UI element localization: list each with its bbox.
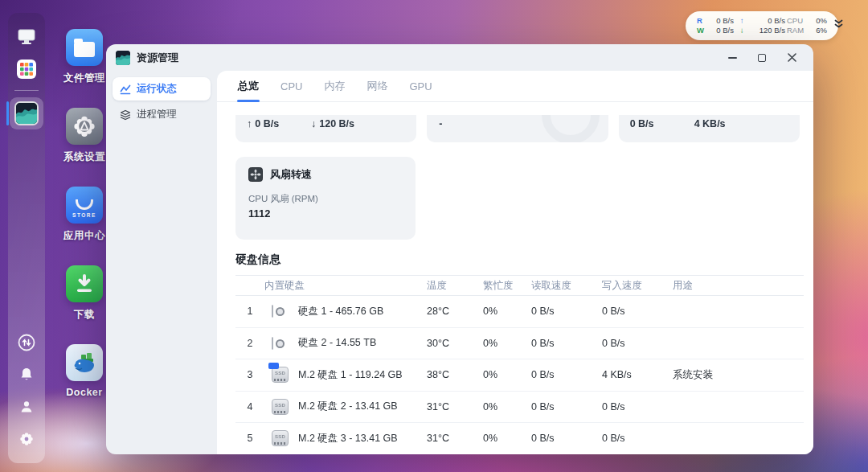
disk-table-row[interactable]: 4SSDM.2 硬盘 2 - 13.41 GB31°C0%0 B/s0 B/s: [235, 392, 804, 424]
nav-item-running-status[interactable]: 运行状态: [113, 77, 211, 101]
tray-write-label: W: [697, 26, 705, 36]
disk-temp: 31°C: [427, 433, 483, 444]
disk-table-row[interactable]: 5SSDM.2 硬盘 3 - 13.41 GB31°C0%0 B/s0 B/s: [235, 423, 804, 454]
desktop: 文件管理 系统设置 STORE 应用中心: [0, 0, 868, 472]
disk-temp: 31°C: [427, 401, 483, 412]
dock: [8, 13, 45, 463]
close-button[interactable]: [781, 48, 802, 68]
nav-item-process-management[interactable]: 进程管理: [113, 103, 211, 126]
usage-gauge: [542, 115, 600, 142]
system-settings-icon: [66, 108, 103, 145]
disk-name: M.2 硬盘 1 - 119.24 GB: [298, 368, 427, 382]
ssd-icon-label: SSD: [275, 371, 285, 376]
user-icon[interactable]: [14, 395, 39, 419]
tab-overview[interactable]: 总览: [237, 71, 260, 102]
disk-busy: 0%: [483, 369, 531, 380]
settings-gear-icon[interactable]: [14, 427, 39, 451]
minimize-icon: [728, 57, 737, 59]
fan-card-title: 风扇转速: [270, 167, 312, 182]
ssd-icon: SSD: [272, 367, 289, 383]
resource-monitor-icon: [14, 101, 39, 125]
disk-busy: 0%: [483, 401, 531, 412]
disk-table-row[interactable]: 3SSDM.2 硬盘 1 - 119.24 GB38°C0%0 B/s4 KB/…: [235, 359, 804, 392]
ssd-icon: SSD: [272, 430, 289, 446]
window-titlebar[interactable]: 资源管理: [106, 44, 813, 71]
disk-write-metric: 4 KB/s: [694, 118, 726, 129]
disk-section-title: 硬盘信息: [235, 252, 795, 267]
chevron-double-down-icon[interactable]: [833, 18, 844, 33]
download-arrow-icon: ↓: [735, 26, 748, 36]
ssd-icon: SSD: [272, 399, 289, 415]
tab-gpu[interactable]: GPU: [408, 72, 432, 101]
hdd-icon: [272, 337, 273, 350]
disk-name: 硬盘 2 - 14.55 TB: [298, 336, 427, 350]
tab-cpu[interactable]: CPU: [280, 72, 303, 101]
minimize-button[interactable]: [722, 48, 743, 68]
disk-name: 硬盘 1 - 465.76 GB: [298, 305, 427, 318]
nav-item-label: 运行状态: [137, 82, 177, 96]
tray-cpu-label: CPU: [787, 16, 808, 27]
net-up-metric: ↑0 B/s: [247, 118, 279, 129]
disk-read: 0 B/s: [531, 433, 602, 444]
tabbar: 总览 CPU 内存 网络 GPU: [217, 71, 813, 102]
disk-usage: 系统安装: [673, 368, 804, 382]
col-read-speed: 读取速度: [531, 279, 602, 293]
fan-metric-value: 1112: [248, 207, 403, 220]
disk-table-body: 1硬盘 1 - 465.76 GB28°C0%0 B/s0 B/s2硬盘 2 -…: [235, 296, 804, 454]
tab-memory[interactable]: 内存: [323, 71, 346, 102]
disk-icon-cell: SSD: [264, 399, 298, 415]
nav-item-label: 进程管理: [137, 108, 177, 121]
line-chart-icon: [120, 84, 131, 95]
tabbar-gap: [217, 102, 813, 115]
fan-icon: [248, 167, 263, 182]
upload-arrow-icon: ↑: [247, 118, 252, 129]
tray-up-value: 0 B/s: [750, 16, 785, 27]
disk-read: 0 B/s: [531, 338, 602, 349]
dock-item-resource-monitor[interactable]: [10, 97, 43, 129]
os-badge-icon: [268, 363, 279, 369]
disk-name: M.2 硬盘 2 - 13.41 GB: [298, 400, 427, 413]
tray-down-value: 120 B/s: [750, 26, 785, 36]
disk-read: 0 B/s: [531, 401, 602, 412]
disk-row-index: 4: [235, 401, 264, 412]
disk-icon-cell: SSD: [264, 430, 298, 446]
summary-cards-row: ↑0 B/s ↓120 B/s - 0% 0 B/s 4 KB/s: [235, 115, 800, 142]
disk-row-index: 1: [235, 306, 264, 317]
window-title: 资源管理: [137, 51, 178, 65]
system-tray[interactable]: R 0 B/s ↑ 0 B/s CPU 0% W 0 B/s ↓ 120 B/s…: [686, 11, 838, 40]
network-card: ↑0 B/s ↓120 B/s: [235, 115, 416, 142]
disk-row-index: 2: [235, 338, 264, 349]
maximize-button[interactable]: [751, 48, 772, 68]
desktop-monitor-icon[interactable]: [14, 25, 39, 49]
window-sidenav: 运行状态 进程管理: [106, 71, 217, 454]
content-scroll-area[interactable]: ↑0 B/s ↓120 B/s - 0% 0 B/s 4 KB/s: [217, 115, 813, 454]
disk-name: M.2 硬盘 3 - 13.41 GB: [298, 432, 427, 445]
tab-network[interactable]: 网络: [366, 71, 388, 102]
window-app-icon: [116, 51, 130, 65]
hdd-icon: [272, 305, 273, 318]
tray-read-label: R: [697, 16, 705, 27]
dock-bottom-group: [14, 326, 39, 455]
transfer-icon[interactable]: [14, 330, 39, 355]
tray-stats: R 0 B/s ↑ 0 B/s CPU 0% W 0 B/s ↓ 120 B/s…: [697, 16, 827, 36]
col-usage: 用途: [673, 279, 804, 293]
disk-icon-cell: [264, 306, 298, 317]
file-manager-icon: [66, 29, 103, 66]
disk-busy: 0%: [483, 433, 531, 444]
fan-metric-label: CPU 风扇 (RPM): [248, 193, 403, 205]
disk-icon-cell: [264, 338, 298, 349]
col-temperature: 温度: [427, 279, 483, 293]
disk-table-row[interactable]: 2硬盘 2 - 14.55 TB30°C0%0 B/s0 B/s: [235, 328, 804, 360]
app-grid-icon[interactable]: [14, 57, 39, 81]
disk-write: 0 B/s: [602, 338, 673, 349]
gauge-card-dash: -: [439, 118, 442, 129]
disk-temp: 38°C: [427, 369, 483, 380]
notifications-bell-icon[interactable]: [14, 363, 39, 387]
store-badge-text: STORE: [72, 212, 96, 218]
disk-row-index: 5: [235, 433, 264, 444]
disk-table-row[interactable]: 1硬盘 1 - 465.76 GB28°C0%0 B/s0 B/s: [235, 296, 804, 328]
col-internal-disk: 内置硬盘: [264, 279, 427, 293]
tray-write-value: 0 B/s: [706, 26, 734, 36]
disk-temp: 30°C: [427, 338, 483, 349]
disk-write: 0 B/s: [602, 306, 673, 317]
